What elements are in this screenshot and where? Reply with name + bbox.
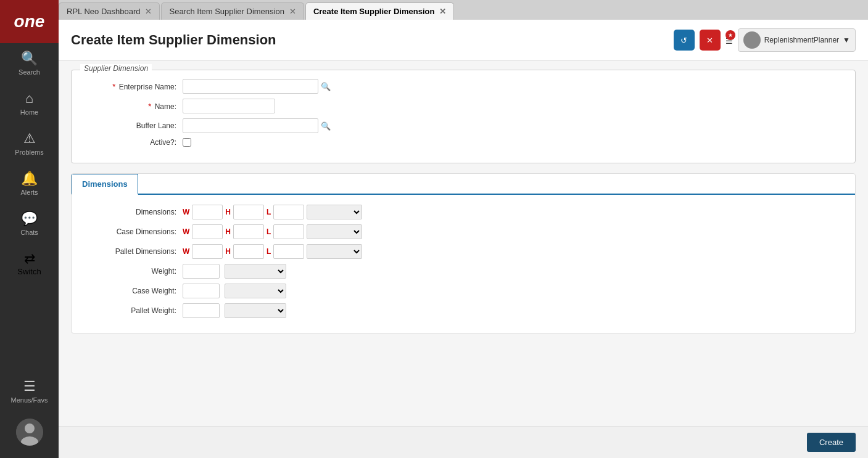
- fieldset-legend: Supplier Dimension: [80, 64, 152, 73]
- case-l-label: L: [267, 227, 271, 236]
- sidebar-item-label: Search: [19, 68, 40, 76]
- enterprise-name-search-button[interactable]: 🔍: [318, 81, 333, 92]
- sidebar-bottom: ☰ Menus/Favs: [0, 371, 59, 458]
- case-h-label: H: [225, 227, 231, 236]
- case-w-label: W: [183, 227, 189, 236]
- dim-h-input[interactable]: [233, 205, 264, 219]
- tab-search-item-supplier[interactable]: Search Item Supplier Dimension ✕: [161, 2, 304, 20]
- sidebar-label-alerts: Alerts: [20, 189, 38, 196]
- sidebar-item-switch[interactable]: ⇄ Switch: [0, 243, 59, 284]
- user-dropdown[interactable]: ReplenishmentPlanner ▼: [738, 28, 856, 52]
- user-name: ReplenishmentPlanner: [764, 36, 839, 44]
- close-page-icon: ✕: [706, 36, 713, 45]
- active-checkbox[interactable]: [183, 138, 191, 147]
- pallet-h-label: H: [225, 247, 231, 256]
- weight-unit-select[interactable]: KG LB OZ: [225, 264, 286, 279]
- pallet-weight-row: Pallet Weight: KG LB OZ: [84, 303, 843, 318]
- name-input[interactable]: [183, 99, 275, 113]
- tab-label: Create Item Supplier Dimension: [313, 7, 435, 16]
- header-actions: ↺ ✕ ☰ ★ ReplenishmentPlanner ▼: [674, 28, 856, 52]
- buffer-lane-row: Buffer Lane: 🔍: [84, 118, 843, 133]
- case-weight-label: Case Weight:: [84, 287, 183, 295]
- pallet-weight-inputs: KG LB OZ: [183, 303, 286, 318]
- tab-close-rpl[interactable]: ✕: [145, 7, 152, 15]
- dimensions-tab-label: Dimensions: [82, 179, 128, 189]
- weight-input[interactable]: [183, 264, 220, 279]
- tab-close-search[interactable]: ✕: [289, 7, 296, 15]
- menu-btn-wrap: ☰ ★: [725, 34, 733, 47]
- case-dim-h-input[interactable]: [233, 224, 264, 239]
- close-page-button[interactable]: ✕: [700, 30, 721, 51]
- dim-l-input[interactable]: [273, 205, 304, 219]
- notification-icon: ★: [728, 32, 733, 38]
- dimensions-tab-content: Dimensions: W H L CM IN: [72, 195, 855, 333]
- search-icon-btn2: 🔍: [321, 121, 331, 131]
- dimensions-row: Dimensions: W H L CM IN: [84, 205, 843, 219]
- case-weight-unit-select[interactable]: KG LB OZ: [225, 284, 286, 298]
- page-title: Create Item Supplier Dimension: [71, 32, 674, 48]
- pallet-dim-h-input[interactable]: [233, 244, 264, 259]
- enterprise-name-row: * Enterprise Name: 🔍: [84, 79, 843, 94]
- sidebar-label-problems: Problems: [15, 149, 43, 156]
- sidebar-label-menus: Menus/Favs: [11, 396, 48, 404]
- sidebar: one 🔍 Search ⌂ Home ⚠ Problems 🔔 Alerts …: [0, 0, 59, 458]
- main-area: RPL Neo Dashboard ✕ Search Item Supplier…: [59, 0, 868, 458]
- sidebar-item-home[interactable]: ⌂ Home: [0, 83, 59, 123]
- sidebar-item-alerts[interactable]: 🔔 Alerts: [0, 163, 59, 203]
- pallet-weight-unit-select[interactable]: KG LB OZ: [225, 303, 286, 318]
- case-dim-label: Case Dimensions:: [84, 227, 183, 236]
- refresh-icon: ↺: [680, 36, 687, 45]
- buffer-lane-input[interactable]: [183, 118, 318, 133]
- w-label: W: [183, 208, 189, 216]
- search-icon: 🔍: [21, 51, 38, 67]
- case-dim-unit-select[interactable]: CM IN FT M: [307, 224, 362, 239]
- pallet-dim-l-input[interactable]: [273, 244, 304, 259]
- pallet-dimensions-row: Pallet Dimensions: W H L CM IN: [84, 244, 843, 259]
- tab-rpl-dashboard[interactable]: RPL Neo Dashboard ✕: [59, 2, 160, 20]
- search-icon-btn: 🔍: [321, 82, 331, 91]
- refresh-button[interactable]: ↺: [674, 30, 695, 51]
- case-dimensions-inputs: W H L CM IN FT M: [183, 224, 362, 239]
- sidebar-label-home: Home: [20, 108, 38, 116]
- tab-bar: RPL Neo Dashboard ✕ Search Item Supplier…: [59, 0, 868, 20]
- pallet-dim-label: Pallet Dimensions:: [84, 247, 183, 256]
- dimensions-tab[interactable]: Dimensions: [72, 174, 138, 195]
- switch-icon: ⇄: [24, 251, 35, 267]
- required-marker: *: [148, 102, 151, 111]
- pallet-dim-w-input[interactable]: [192, 244, 223, 259]
- pallet-dim-unit-select[interactable]: CM IN FT M: [307, 244, 362, 259]
- case-weight-inputs: KG LB OZ: [183, 284, 286, 298]
- pallet-l-label: L: [267, 247, 271, 256]
- sidebar-item-avatar[interactable]: [0, 411, 59, 458]
- dim-w-input[interactable]: [192, 205, 223, 219]
- tab-create-item-supplier[interactable]: Create Item Supplier Dimension ✕: [305, 2, 455, 20]
- tab-label: Search Item Supplier Dimension: [169, 7, 284, 16]
- case-dim-l-input[interactable]: [273, 224, 304, 239]
- case-dimensions-row: Case Dimensions: W H L CM IN: [84, 224, 843, 239]
- logo-text: one: [14, 12, 45, 31]
- pallet-weight-input[interactable]: [183, 303, 220, 318]
- create-button[interactable]: Create: [807, 433, 856, 452]
- pallet-dimensions-inputs: W H L CM IN FT M: [183, 244, 362, 259]
- inner-tab-bar: Dimensions: [72, 174, 855, 195]
- case-weight-row: Case Weight: KG LB OZ: [84, 284, 843, 298]
- page-footer: Create: [59, 426, 868, 458]
- dim-unit-select[interactable]: CM IN FT M: [307, 205, 362, 219]
- enterprise-name-input[interactable]: [183, 79, 318, 94]
- menu-button[interactable]: ☰ ★: [725, 34, 733, 47]
- buffer-lane-search-button[interactable]: 🔍: [318, 120, 333, 131]
- sidebar-item-search[interactable]: 🔍 Search: [0, 43, 59, 83]
- case-weight-input[interactable]: [183, 284, 220, 298]
- dropdown-chevron: ▼: [843, 36, 850, 44]
- content-area: Create Item Supplier Dimension ↺ ✕ ☰ ★: [59, 20, 868, 458]
- l-label: L: [267, 208, 271, 216]
- tab-close-create[interactable]: ✕: [439, 7, 446, 15]
- name-label: * Name:: [84, 102, 183, 111]
- sidebar-item-menus[interactable]: ☰ Menus/Favs: [0, 371, 59, 411]
- sidebar-item-problems[interactable]: ⚠ Problems: [0, 123, 59, 163]
- dimensions-inputs: W H L CM IN FT M: [183, 205, 362, 219]
- sidebar-item-chats[interactable]: 💬 Chats: [0, 203, 59, 243]
- pallet-weight-label: Pallet Weight:: [84, 306, 183, 315]
- pallet-w-label: W: [183, 247, 189, 256]
- case-dim-w-input[interactable]: [192, 224, 223, 239]
